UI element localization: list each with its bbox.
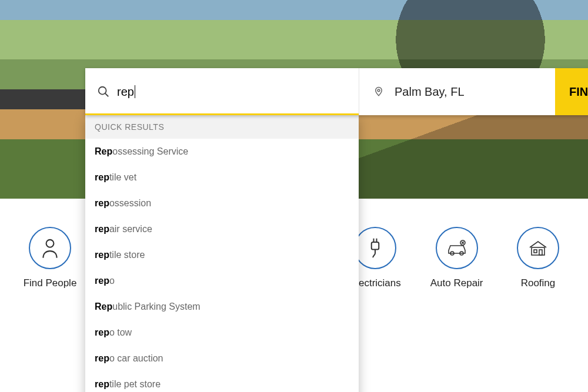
dropdown-item-rest: ossession bbox=[109, 198, 151, 208]
dropdown-item-prefix: rep bbox=[95, 198, 109, 208]
dropdown-item-rest: ossessing Service bbox=[112, 146, 188, 156]
dropdown-item[interactable]: Republic Parking System bbox=[85, 294, 359, 320]
svg-point-3 bbox=[46, 240, 54, 247]
dropdown-item-rest: o car auction bbox=[109, 353, 163, 363]
dropdown-item-prefix: rep bbox=[95, 379, 109, 389]
dropdown-item-rest: air service bbox=[109, 224, 152, 234]
dropdown-item-rest: tile pet store bbox=[109, 379, 161, 389]
dropdown-item[interactable]: reptile store bbox=[85, 242, 359, 268]
search-query-box[interactable]: rep bbox=[85, 68, 359, 115]
dropdown-item[interactable]: repo car auction bbox=[85, 346, 359, 371]
dropdown-item[interactable]: reptile vet bbox=[85, 165, 359, 190]
dropdown-item[interactable]: repair service bbox=[85, 216, 359, 242]
dropdown-item-prefix: rep bbox=[95, 353, 109, 363]
search-query-text[interactable]: rep bbox=[117, 85, 134, 99]
person-icon bbox=[29, 227, 71, 269]
text-caret bbox=[135, 85, 135, 98]
search-icon bbox=[97, 85, 110, 98]
plug-icon bbox=[354, 227, 396, 269]
dropdown-item[interactable]: repo tow bbox=[85, 320, 359, 346]
dropdown-item[interactable]: reptile pet store bbox=[85, 371, 359, 392]
search-active-underline bbox=[85, 113, 359, 115]
location-text[interactable]: Palm Bay, FL bbox=[395, 85, 465, 99]
dropdown-header: QUICK RESULTS bbox=[85, 115, 359, 139]
dropdown-item-prefix: rep bbox=[95, 327, 109, 337]
house-icon bbox=[517, 227, 559, 269]
find-button[interactable]: FIND bbox=[555, 68, 588, 115]
autocomplete-dropdown: QUICK RESULTS Repossessing Servicereptil… bbox=[85, 115, 359, 392]
dropdown-item-prefix: rep bbox=[95, 250, 109, 260]
search-bar: rep Palm Bay, FL FIND bbox=[85, 68, 588, 115]
dropdown-item-rest: tile vet bbox=[109, 172, 136, 182]
svg-point-2 bbox=[377, 89, 380, 92]
dropdown-item[interactable]: repo bbox=[85, 268, 359, 294]
dropdown-item[interactable]: Repossessing Service bbox=[85, 139, 359, 165]
dropdown-list: Repossessing Servicereptile vetrepossess… bbox=[85, 139, 359, 392]
svg-point-0 bbox=[99, 87, 106, 95]
svg-rect-4 bbox=[372, 242, 379, 250]
category-label: Find People bbox=[24, 277, 77, 289]
find-button-label: FIND bbox=[569, 85, 588, 99]
dropdown-item-prefix: rep bbox=[95, 172, 109, 182]
car-icon bbox=[436, 227, 478, 269]
dropdown-item-rest: ublic Parking System bbox=[112, 301, 200, 311]
dropdown-item-prefix: Rep bbox=[95, 301, 112, 311]
dropdown-item-rest: tile store bbox=[109, 250, 145, 260]
location-box[interactable]: Palm Bay, FL bbox=[359, 68, 555, 115]
location-pin-icon bbox=[373, 85, 384, 98]
category-label: Auto Repair bbox=[430, 277, 483, 289]
category-find-people[interactable]: Find People bbox=[12, 227, 88, 289]
svg-line-1 bbox=[105, 93, 109, 97]
dropdown-item-prefix: rep bbox=[95, 276, 109, 286]
svg-rect-13 bbox=[534, 250, 537, 253]
category-label: Roofing bbox=[521, 277, 556, 289]
dropdown-item-rest: o bbox=[109, 276, 115, 286]
dropdown-item[interactable]: repossession bbox=[85, 190, 359, 216]
svg-rect-14 bbox=[539, 250, 542, 255]
dropdown-item-rest: o tow bbox=[109, 327, 132, 337]
dropdown-item-prefix: Rep bbox=[95, 146, 112, 156]
category-auto-repair[interactable]: Auto Repair bbox=[419, 227, 495, 289]
category-roofing[interactable]: Roofing bbox=[500, 227, 576, 289]
dropdown-item-prefix: rep bbox=[95, 224, 109, 234]
